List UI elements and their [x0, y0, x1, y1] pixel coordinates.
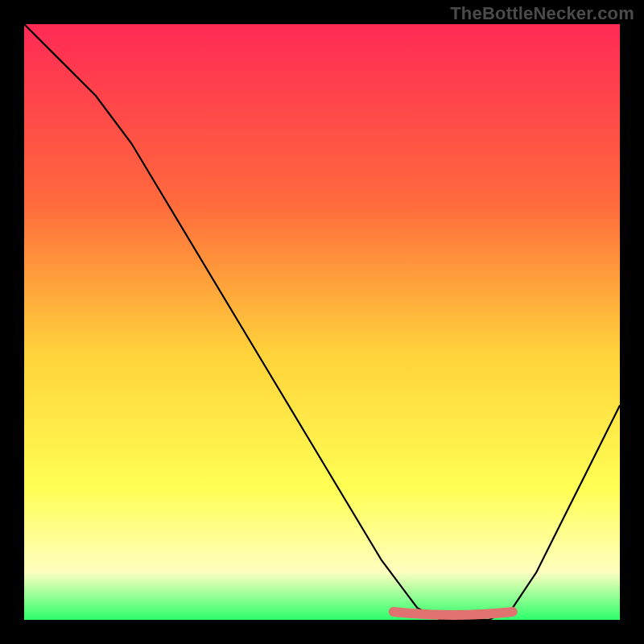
watermark-text: TheBottleNecker.com — [450, 3, 634, 24]
optimal-range-highlight — [394, 612, 513, 615]
gradient-background — [24, 24, 620, 620]
chart-frame: TheBottleNecker.com — [0, 0, 644, 644]
plot-area — [24, 24, 620, 620]
bottleneck-chart — [24, 24, 620, 620]
